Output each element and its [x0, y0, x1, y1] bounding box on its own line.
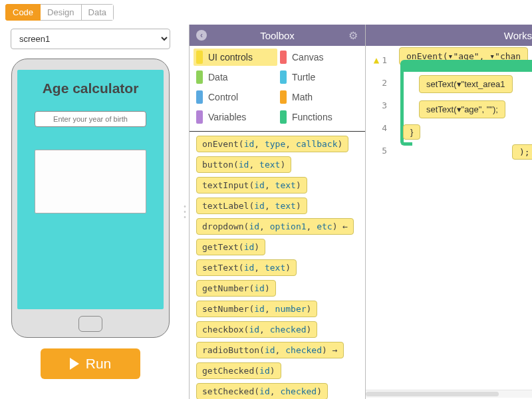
toolbox-block-getnumber[interactable]: getNumber(id) [196, 280, 276, 297]
code-block-tail[interactable]: ); [512, 144, 532, 160]
category-color-icon [280, 51, 287, 64]
toolbox-block-checkbox[interactable]: checkbox(id, checked) [196, 321, 317, 338]
category-turtle[interactable]: Turtle [277, 68, 361, 86]
toolbox-block-dropdown[interactable]: dropdown(id, option1, etc) ← [196, 218, 354, 235]
category-label: UI controls [208, 52, 253, 63]
toolbox-back-button[interactable]: ‹ [195, 29, 208, 42]
year-input[interactable] [35, 111, 146, 127]
category-color-icon [280, 90, 287, 104]
workspace-title: Works [504, 30, 532, 41]
resize-handle[interactable]: ••• [181, 25, 189, 399]
category-label: Math [292, 92, 313, 102]
toolbox-block-gettext[interactable]: getText(id) [196, 239, 265, 255]
phone-frame: Age calculator [11, 59, 170, 338]
category-color-icon [196, 110, 203, 124]
toolbox-header: ‹ Toolbox ⚙ [190, 25, 365, 46]
category-variables[interactable]: Variables [194, 108, 277, 126]
toolbox-settings-button[interactable]: ⚙ [346, 29, 360, 42]
toolbox-block-radiobutton[interactable]: radioButton(id, checked) → [196, 342, 344, 358]
category-label: Turtle [292, 72, 315, 82]
category-grid: UI controlsCanvasDataTurtleControlMathVa… [190, 46, 365, 132]
toolbox-panel: ‹ Toolbox ⚙ UI controlsCanvasDataTurtleC… [189, 25, 366, 399]
tab-data[interactable]: Data [82, 4, 114, 21]
category-canvas[interactable]: Canvas [277, 49, 361, 66]
horizontal-scrollbar[interactable] [366, 390, 532, 398]
category-functions[interactable]: Functions [277, 108, 361, 126]
code-block-settext-1[interactable]: setText(▾"text_area1 [419, 75, 513, 93]
code-block-close-brace[interactable]: } [403, 124, 420, 140]
line-gutter: ▲1 2 3 4 5 [366, 46, 391, 399]
mode-tabs: Code Design Data [5, 4, 114, 21]
toolbox-block-setnumber[interactable]: setNumber(id, number) [196, 301, 317, 317]
category-label: Data [208, 72, 228, 82]
gear-icon: ⚙ [348, 29, 358, 42]
toolbox-block-textinput[interactable]: textInput(id, text) [196, 177, 307, 194]
category-color-icon [196, 90, 203, 104]
category-control[interactable]: Control [194, 88, 277, 106]
category-data[interactable]: Data [194, 68, 277, 86]
tab-code[interactable]: Code [5, 4, 41, 21]
category-label: Control [208, 92, 238, 102]
app-screen: Age calculator [17, 70, 164, 309]
category-ui-controls[interactable]: UI controls [194, 49, 277, 66]
code-block-settext-2[interactable]: setText(▾"age", ""); [419, 100, 505, 118]
app-title: Age calculator [43, 80, 139, 96]
category-color-icon [280, 110, 287, 124]
block-list: onEvent(id, type, callback)button(id, te… [190, 132, 365, 399]
result-textarea[interactable] [35, 150, 146, 213]
workspace-canvas[interactable]: ▲1 2 3 4 5 onEvent(▾"age", ▾"chan setTex… [366, 46, 532, 399]
category-label: Variables [208, 112, 246, 122]
category-color-icon [280, 70, 287, 84]
top-bar: Code Design Data [0, 0, 532, 25]
toolbox-block-textlabel[interactable]: textLabel(id, text) [196, 198, 307, 214]
toolbox-title: Toolbox [260, 30, 295, 41]
category-label: Canvas [292, 52, 323, 63]
toolbox-block-getchecked[interactable]: getChecked(id) [196, 362, 281, 379]
warning-icon: ▲ [374, 55, 379, 65]
category-color-icon [196, 70, 203, 84]
scrollbar-thumb[interactable] [366, 392, 499, 396]
toolbox-block-setchecked[interactable]: setChecked(id, checked) [196, 383, 328, 399]
run-button[interactable]: Run [41, 348, 140, 379]
play-icon [70, 358, 79, 370]
function-body-block[interactable] [400, 60, 532, 72]
workspace-header: Works [366, 25, 532, 46]
category-math[interactable]: Math [277, 88, 361, 106]
chevron-left-icon: ‹ [196, 30, 207, 41]
category-label: Functions [292, 112, 332, 122]
toolbox-block-settext[interactable]: setText(id, text) [196, 259, 297, 276]
tab-design[interactable]: Design [41, 4, 81, 21]
home-button[interactable] [78, 316, 102, 332]
code-area[interactable]: onEvent(▾"age", ▾"chan setText(▾"text_ar… [391, 46, 532, 399]
toolbox-block-onevent[interactable]: onEvent(id, type, callback) [196, 136, 348, 152]
run-label: Run [86, 356, 112, 372]
category-color-icon [196, 51, 203, 64]
app-root: Code Design Data screen1 Age calculator … [0, 0, 532, 399]
preview-column: screen1 Age calculator Run [0, 25, 181, 399]
main-3col: screen1 Age calculator Run ••• [0, 25, 532, 399]
workspace-panel: Works ▲1 2 3 4 5 onEvent(▾"age", ▾"chan … [366, 25, 532, 399]
screen-select[interactable]: screen1 [11, 29, 170, 49]
toolbox-block-button[interactable]: button(id, text) [196, 156, 291, 173]
